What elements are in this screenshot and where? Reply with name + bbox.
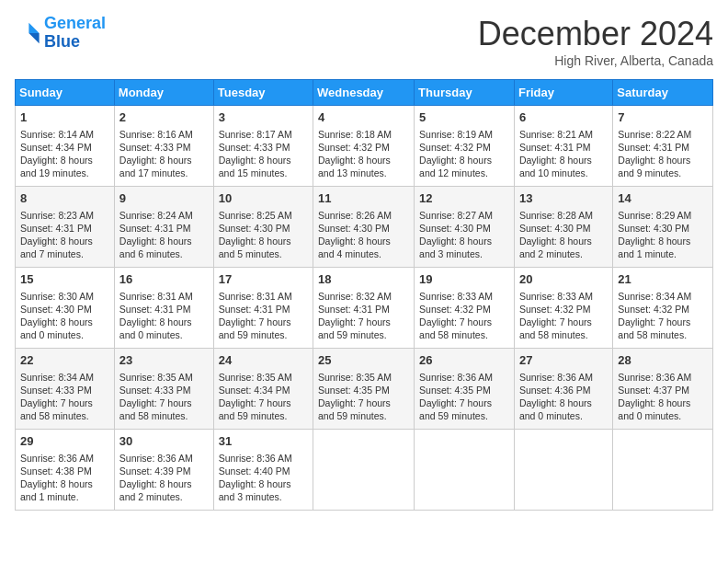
calendar-cell: 7Sunrise: 8:22 AMSunset: 4:31 PMDaylight… [613,106,713,187]
daylight-label: Daylight: 7 hours and 58 minutes. [519,316,592,340]
sunset-label: Sunset: 4:32 PM [519,304,591,315]
daylight-label: Daylight: 8 hours and 13 minutes. [318,155,391,178]
logo-text: General Blue [44,15,106,52]
day-number: 15 [20,271,109,288]
month-title: December 2024 [478,15,713,53]
day-number: 23 [119,352,209,369]
daylight-label: Daylight: 7 hours and 58 minutes. [618,316,690,340]
sunrise-label: Sunrise: 8:36 AM [618,372,691,383]
sunset-label: Sunset: 4:34 PM [20,142,92,153]
sunset-label: Sunset: 4:33 PM [119,142,191,153]
sunrise-label: Sunrise: 8:24 AM [119,210,193,221]
sunset-label: Sunset: 4:31 PM [618,142,689,153]
calendar-cell: 8Sunrise: 8:23 AMSunset: 4:31 PMDaylight… [16,187,115,268]
sunset-label: Sunset: 4:31 PM [119,223,191,234]
calendar-day-header: Tuesday [213,80,313,106]
day-number: 31 [219,433,308,450]
calendar-cell: 4Sunrise: 8:18 AMSunset: 4:32 PMDaylight… [313,106,415,187]
calendar-cell: 22Sunrise: 8:34 AMSunset: 4:33 PMDayligh… [16,349,115,430]
svg-marker-0 [28,23,39,33]
day-number: 30 [119,433,209,450]
daylight-label: Daylight: 7 hours and 59 minutes. [219,316,291,340]
day-number: 20 [519,271,608,288]
calendar-cell [313,430,415,511]
svg-marker-1 [28,33,39,43]
sunrise-label: Sunrise: 8:25 AM [219,210,292,221]
daylight-label: Daylight: 8 hours and 3 minutes. [419,236,492,259]
calendar-week-row: 8Sunrise: 8:23 AMSunset: 4:31 PMDaylight… [16,187,713,268]
day-number: 21 [618,271,708,288]
calendar-cell: 26Sunrise: 8:36 AMSunset: 4:35 PMDayligh… [415,349,515,430]
sunrise-label: Sunrise: 8:23 AM [20,210,94,221]
calendar-cell: 10Sunrise: 8:25 AMSunset: 4:30 PMDayligh… [213,187,313,268]
sunset-label: Sunset: 4:38 PM [20,465,92,477]
sunrise-label: Sunrise: 8:34 AM [618,291,691,302]
day-number: 4 [318,109,409,126]
calendar-cell: 13Sunrise: 8:28 AMSunset: 4:30 PMDayligh… [514,187,612,268]
sunset-label: Sunset: 4:32 PM [318,142,390,153]
sunset-label: Sunset: 4:31 PM [20,223,92,234]
day-number: 27 [519,352,608,369]
calendar-cell: 2Sunrise: 8:16 AMSunset: 4:33 PMDaylight… [114,106,213,187]
day-number: 6 [519,109,608,126]
sunset-label: Sunset: 4:36 PM [519,385,591,396]
sunset-label: Sunset: 4:33 PM [219,142,290,153]
daylight-label: Daylight: 7 hours and 59 minutes. [419,397,492,421]
calendar-cell: 23Sunrise: 8:35 AMSunset: 4:33 PMDayligh… [114,349,213,430]
logo: General Blue [15,15,106,52]
calendar-cell: 18Sunrise: 8:32 AMSunset: 4:31 PMDayligh… [313,268,415,349]
sunset-label: Sunset: 4:30 PM [219,223,290,234]
calendar-cell: 28Sunrise: 8:36 AMSunset: 4:37 PMDayligh… [613,349,713,430]
daylight-label: Daylight: 7 hours and 59 minutes. [318,316,391,340]
day-number: 3 [219,109,308,126]
day-number: 25 [318,352,409,369]
daylight-label: Daylight: 8 hours and 19 minutes. [20,155,93,178]
calendar-cell [613,430,713,511]
sunrise-label: Sunrise: 8:14 AM [20,129,94,140]
calendar-cell: 15Sunrise: 8:30 AMSunset: 4:30 PMDayligh… [16,268,115,349]
daylight-label: Daylight: 8 hours and 0 minutes. [519,397,592,421]
calendar-cell: 17Sunrise: 8:31 AMSunset: 4:31 PMDayligh… [213,268,313,349]
sunrise-label: Sunrise: 8:27 AM [419,210,493,221]
sunset-label: Sunset: 4:31 PM [519,142,591,153]
daylight-label: Daylight: 8 hours and 2 minutes. [119,478,192,502]
sunrise-label: Sunrise: 8:22 AM [618,129,691,140]
calendar-table: SundayMondayTuesdayWednesdayThursdayFrid… [15,79,713,511]
day-number: 13 [519,190,608,207]
calendar-cell: 20Sunrise: 8:33 AMSunset: 4:32 PMDayligh… [514,268,612,349]
calendar-cell: 27Sunrise: 8:36 AMSunset: 4:36 PMDayligh… [514,349,612,430]
daylight-label: Daylight: 8 hours and 6 minutes. [119,236,192,259]
calendar-cell: 3Sunrise: 8:17 AMSunset: 4:33 PMDaylight… [213,106,313,187]
sunrise-label: Sunrise: 8:36 AM [20,453,94,464]
sunset-label: Sunset: 4:34 PM [219,385,290,396]
day-number: 2 [119,109,209,126]
daylight-label: Daylight: 8 hours and 1 minute. [618,236,690,259]
sunrise-label: Sunrise: 8:36 AM [119,453,193,464]
sunrise-label: Sunrise: 8:31 AM [119,291,193,302]
sunrise-label: Sunrise: 8:33 AM [519,291,593,302]
sunrise-label: Sunrise: 8:31 AM [219,291,292,302]
day-number: 19 [419,271,509,288]
daylight-label: Daylight: 8 hours and 9 minutes. [618,155,690,178]
daylight-label: Daylight: 8 hours and 1 minute. [20,478,93,502]
calendar-cell: 24Sunrise: 8:35 AMSunset: 4:34 PMDayligh… [213,349,313,430]
sunset-label: Sunset: 4:35 PM [419,385,491,396]
day-number: 18 [318,271,409,288]
sunset-label: Sunset: 4:39 PM [119,465,191,477]
daylight-label: Daylight: 7 hours and 58 minutes. [20,397,93,421]
day-number: 16 [119,271,209,288]
calendar-cell: 9Sunrise: 8:24 AMSunset: 4:31 PMDaylight… [114,187,213,268]
sunrise-label: Sunrise: 8:21 AM [519,129,593,140]
sunrise-label: Sunrise: 8:35 AM [219,372,292,383]
sunset-label: Sunset: 4:33 PM [119,385,191,396]
sunrise-label: Sunrise: 8:35 AM [318,372,392,383]
calendar-week-row: 29Sunrise: 8:36 AMSunset: 4:38 PMDayligh… [16,430,713,511]
day-number: 7 [618,109,708,126]
daylight-label: Daylight: 7 hours and 59 minutes. [219,397,291,421]
calendar-day-header: Sunday [16,80,115,106]
calendar-week-row: 1Sunrise: 8:14 AMSunset: 4:34 PMDaylight… [16,106,713,187]
sunrise-label: Sunrise: 8:17 AM [219,129,292,140]
calendar-week-row: 22Sunrise: 8:34 AMSunset: 4:33 PMDayligh… [16,349,713,430]
calendar-cell: 31Sunrise: 8:36 AMSunset: 4:40 PMDayligh… [213,430,313,511]
sunset-label: Sunset: 4:30 PM [419,223,491,234]
